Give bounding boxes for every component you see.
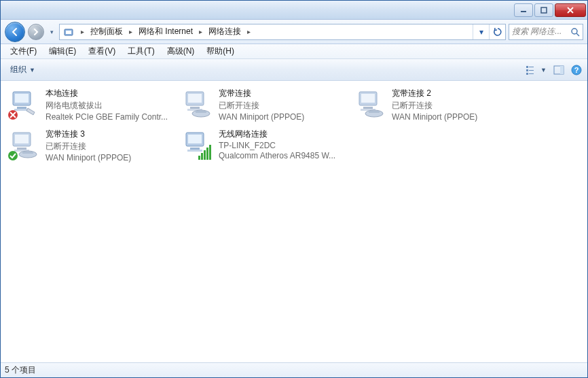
svg-rect-22 xyxy=(188,94,202,103)
explorer-window: ▾ ▸ 控制面板 ▸ 网络和 Internet ▸ 网络连接 ▸ ▾ 搜索 网络… xyxy=(0,0,588,378)
svg-rect-47 xyxy=(206,148,208,160)
svg-point-39 xyxy=(8,151,18,160)
menubar: 文件(F) 编辑(E) 查看(V) 工具(T) 高级(N) 帮助(H) xyxy=(1,44,587,59)
svg-rect-28 xyxy=(361,94,375,103)
svg-rect-42 xyxy=(190,148,200,150)
statusbar: 5 个项目 xyxy=(1,362,587,377)
address-dropdown[interactable]: ▾ xyxy=(473,24,489,39)
help-icon: ? xyxy=(571,65,582,75)
statusbar-text: 5 个项目 xyxy=(5,364,36,376)
breadcrumb-sep-icon[interactable]: ▸ xyxy=(77,28,88,35)
svg-rect-46 xyxy=(204,150,206,160)
chevron-down-icon: ▼ xyxy=(29,67,35,73)
connection-name: 宽带连接 2 xyxy=(392,88,477,99)
svg-rect-38 xyxy=(22,152,33,154)
menu-file[interactable]: 文件(F) xyxy=(5,44,42,58)
connection-device: Realtek PCIe GBE Family Contr... xyxy=(45,112,168,122)
back-arrow-icon xyxy=(10,27,20,37)
svg-rect-11 xyxy=(529,73,534,74)
svg-text:?: ? xyxy=(574,66,579,74)
connection-status: 已断开连接 xyxy=(219,100,304,111)
svg-rect-29 xyxy=(363,107,373,109)
address-bar[interactable]: ▸ 控制面板 ▸ 网络和 Internet ▸ 网络连接 ▸ ▾ xyxy=(59,24,506,40)
refresh-icon xyxy=(493,27,502,37)
connection-name: 宽带连接 xyxy=(219,88,304,99)
connection-device: Qualcomm Atheros AR9485 W... xyxy=(219,151,335,160)
search-icon xyxy=(570,27,580,37)
titlebar xyxy=(1,1,587,20)
connection-status: TP-LINK_F2DC xyxy=(219,141,335,150)
svg-rect-48 xyxy=(209,145,211,160)
connection-device: WAN Miniport (PPPOE) xyxy=(392,112,477,122)
organize-button[interactable]: 组织 ▼ xyxy=(6,62,39,78)
svg-rect-17 xyxy=(15,94,29,103)
forward-arrow-icon xyxy=(33,29,39,35)
dialup-icon xyxy=(181,88,213,120)
svg-rect-35 xyxy=(17,148,26,150)
dialup-icon xyxy=(7,128,40,161)
close-button[interactable] xyxy=(555,3,586,17)
view-icon xyxy=(526,65,539,75)
breadcrumb-segment-1[interactable]: 网络和 Internet xyxy=(136,24,196,39)
dialup-icon xyxy=(354,88,386,120)
connection-device: WAN Miniport (PPPOE) xyxy=(219,112,304,122)
svg-rect-34 xyxy=(15,135,29,143)
connection-name: 宽带连接 3 xyxy=(45,128,131,140)
connection-item[interactable]: 无线网络连接 TP-LINK_F2DC Qualcomm Atheros AR9… xyxy=(177,126,350,167)
preview-pane-button[interactable] xyxy=(553,65,564,75)
menu-view[interactable]: 查看(V) xyxy=(83,44,121,58)
search-placeholder: 搜索 网络连... xyxy=(512,26,562,37)
connection-device: WAN Miniport (PPPOE) xyxy=(45,153,131,162)
forward-button[interactable] xyxy=(28,24,44,40)
refresh-button[interactable] xyxy=(489,24,505,39)
connection-name: 本地连接 xyxy=(45,88,168,99)
minimize-button[interactable] xyxy=(514,3,533,17)
breadcrumb-segment-2[interactable]: 网络连接 xyxy=(206,24,244,39)
connection-item[interactable]: 宽带连接 3 已断开连接 WAN Miniport (PPPOE) xyxy=(3,126,177,167)
menu-tools[interactable]: 工具(T) xyxy=(122,44,160,58)
svg-rect-44 xyxy=(198,156,200,160)
svg-rect-7 xyxy=(529,67,534,67)
menu-edit[interactable]: 编辑(E) xyxy=(43,44,81,58)
svg-rect-3 xyxy=(66,31,71,34)
connection-item[interactable]: 本地连接 网络电缆被拔出 Realtek PCIe GBE Family Con… xyxy=(3,85,177,126)
connection-status: 网络电缆被拔出 xyxy=(45,100,168,111)
menu-help[interactable]: 帮助(H) xyxy=(201,44,240,58)
chevron-down-icon: ▼ xyxy=(540,67,547,73)
svg-rect-43 xyxy=(187,150,202,152)
history-dropdown[interactable]: ▾ xyxy=(47,29,56,35)
svg-rect-8 xyxy=(526,69,528,71)
help-button[interactable]: ? xyxy=(571,65,582,75)
minimize-icon xyxy=(520,7,527,14)
navbar: ▾ ▸ 控制面板 ▸ 网络和 Internet ▸ 网络连接 ▸ ▾ 搜索 网络… xyxy=(1,20,587,44)
connection-name: 无线网络连接 xyxy=(219,128,335,140)
svg-rect-32 xyxy=(369,111,380,113)
connection-status: 已断开连接 xyxy=(45,141,131,152)
organize-toolbar: 组织 ▼ ▼ ? xyxy=(1,59,587,81)
svg-rect-41 xyxy=(188,135,202,143)
connection-status: 已断开连接 xyxy=(392,100,477,111)
svg-rect-18 xyxy=(17,107,26,109)
view-mode-button[interactable]: ▼ xyxy=(526,65,547,75)
breadcrumb-sep-icon[interactable]: ▸ xyxy=(126,28,136,35)
svg-point-4 xyxy=(572,29,577,34)
content-area: 本地连接 网络电缆被拔出 Realtek PCIe GBE Family Con… xyxy=(1,81,587,362)
close-icon xyxy=(566,7,574,14)
wifi-icon xyxy=(181,128,213,161)
organize-label: 组织 xyxy=(10,64,26,75)
preview-pane-icon xyxy=(553,65,564,75)
menu-advanced[interactable]: 高级(N) xyxy=(162,44,200,58)
connection-item[interactable]: 宽带连接 2 已断开连接 WAN Miniport (PPPOE) xyxy=(350,85,523,126)
maximize-button[interactable] xyxy=(534,3,553,17)
svg-line-5 xyxy=(576,33,579,36)
search-input[interactable]: 搜索 网络连... xyxy=(509,24,583,40)
svg-rect-23 xyxy=(190,107,200,109)
back-button[interactable] xyxy=(5,22,25,42)
maximize-icon xyxy=(540,7,547,14)
breadcrumb-segment-0[interactable]: 控制面板 xyxy=(88,24,126,39)
connection-item[interactable]: 宽带连接 已断开连接 WAN Miniport (PPPOE) xyxy=(177,85,350,126)
breadcrumb-sep-icon[interactable]: ▸ xyxy=(244,28,254,35)
svg-rect-0 xyxy=(521,11,526,12)
svg-rect-45 xyxy=(201,153,203,160)
breadcrumb-sep-icon[interactable]: ▸ xyxy=(196,28,206,35)
